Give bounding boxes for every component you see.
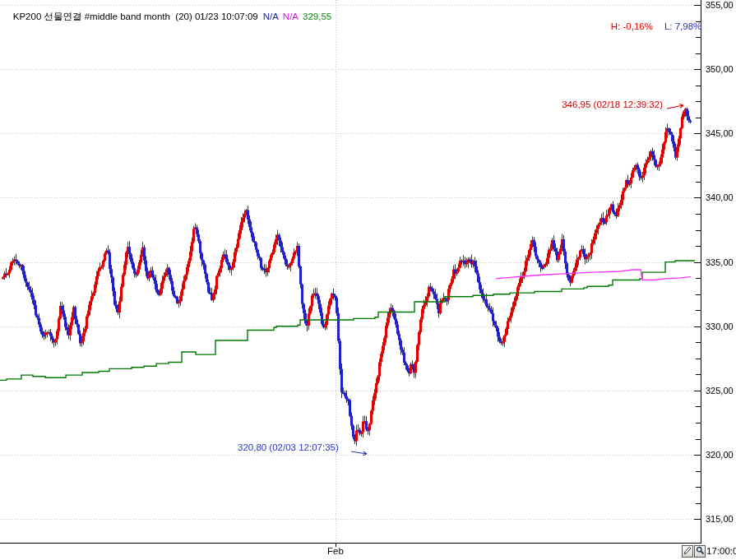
pencil-icon (683, 545, 692, 558)
x-axis-label-feb: Feb (323, 546, 348, 556)
y-axis-label: 320,00 (706, 450, 734, 460)
chart-window: KP200 선물연결 #middle band month (20) 01/23… (0, 0, 736, 560)
y-axis-label: 315,00 (706, 514, 734, 524)
header-na-magenta: N/A (283, 12, 299, 21)
y-axis-label: 350,00 (706, 64, 734, 74)
y-axis-label: 355,00 (706, 0, 734, 10)
y-axis-label: 325,00 (706, 386, 734, 396)
header-na-blue: N/A (263, 12, 279, 21)
low-percent-label: L: 7,98% (664, 21, 701, 31)
header-last-value: 329,55 (303, 12, 331, 21)
annotation-low: 320,80 (02/03 12:07:35) (238, 442, 339, 452)
time-label: 17:00:00 (706, 546, 736, 558)
annotation-high: 346,95 (02/18 12:39:32) (562, 100, 663, 109)
high-low-stats: H: -0,16%L: 7,98% (600, 12, 701, 41)
magnifier-icon (696, 545, 705, 558)
y-axis-label: 345,00 (706, 128, 734, 138)
y-axis-label: 340,00 (706, 192, 734, 202)
instrument-title: KP200 선물연결 #middle band month (20) 01/23… (13, 12, 258, 21)
draw-tool-button[interactable] (682, 545, 693, 558)
price-chart-canvas[interactable] (0, 0, 736, 560)
y-axis-label: 330,00 (706, 322, 734, 331)
chart-header: KP200 선물연결 #middle band month (20) 01/23… (2, 1, 331, 33)
zoom-tool-button[interactable] (694, 545, 706, 558)
high-percent-label: H: -0,16% (611, 21, 653, 31)
y-axis-label: 335,00 (706, 257, 734, 267)
